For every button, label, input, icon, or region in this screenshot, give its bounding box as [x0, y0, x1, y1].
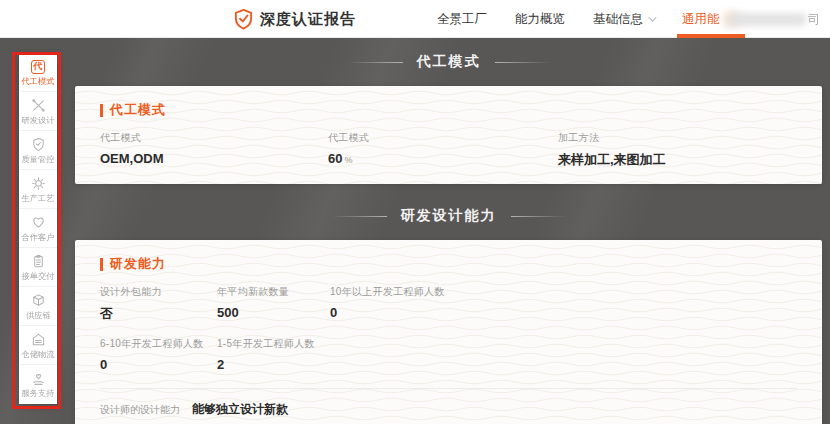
decorative-line	[332, 216, 387, 217]
field-row: 设计外包能力 否 年平均新款数量 500 10年以上开发工程师人数 0	[100, 285, 797, 323]
company-name: 司	[728, 0, 820, 38]
card-divider	[100, 388, 797, 389]
field-engineers-1-5y: 1-5年开发工程师人数 2	[217, 337, 315, 372]
card-title: 代工模式	[100, 86, 797, 119]
supply-chain-icon	[30, 293, 46, 309]
title-accent-bar	[100, 104, 103, 117]
app-logo: 深度认证报告	[233, 0, 356, 38]
nav-item-panorama[interactable]: 全景工厂	[437, 0, 487, 38]
top-header: 深度认证报告 全景工厂 能力概览 基础信息 通用能 司	[0, 0, 830, 38]
quality-control-icon	[30, 137, 46, 153]
field-designer-capability: 设计师的设计能力 能够独立设计新款	[100, 401, 797, 418]
sidebar-item-oem-mode[interactable]: 代 代工模式	[19, 53, 57, 92]
customers-icon	[30, 215, 46, 231]
oem-mode-card: 代工模式 代工模式 OEM,ODM 代工模式 60% 加工方法	[75, 86, 822, 184]
chevron-down-icon	[648, 13, 656, 21]
sidebar-item-rd-design[interactable]: 研发设计	[19, 92, 57, 131]
sidebar-item-production-process[interactable]: 生产工艺	[19, 170, 57, 209]
field-row: 代工模式 OEM,ODM 代工模式 60% 加工方法 来样加工,来图加工	[100, 131, 797, 169]
sidebar-item-order-delivery[interactable]: 接单交付	[19, 248, 57, 287]
field-engineers-6-10y: 6-10年开发工程师人数 0	[100, 337, 217, 372]
page: 深度认证报告 全景工厂 能力概览 基础信息 通用能 司	[0, 0, 830, 424]
shield-check-icon	[233, 8, 254, 31]
sidebar-nav: 代 代工模式 研发设计	[19, 53, 57, 404]
field-avg-new-styles: 年平均新款数量 500	[217, 285, 330, 323]
blurred-company-name	[728, 13, 806, 26]
rd-capability-card: 研发能力 设计外包能力 否 年平均新款数量 500 10年以上开发工程师人数	[75, 240, 822, 424]
field-processing-method: 加工方法 来样加工,来图加工	[558, 131, 666, 169]
sidebar-item-customers[interactable]: 合作客户	[19, 209, 57, 248]
top-nav: 全景工厂 能力概览 基础信息 通用能	[437, 0, 740, 38]
warehouse-logistics-icon	[30, 332, 46, 348]
order-delivery-icon	[30, 254, 46, 270]
field-row: 6-10年开发工程师人数 0 1-5年开发工程师人数 2	[100, 337, 797, 372]
nav-item-capability-overview[interactable]: 能力概览	[515, 0, 565, 38]
decorative-line	[495, 62, 550, 63]
page-title: 深度认证报告	[260, 10, 356, 29]
title-accent-bar	[100, 258, 103, 271]
decorative-line	[511, 216, 566, 217]
field-oem-mode-type: 代工模式 OEM,ODM	[100, 131, 328, 169]
card-title: 研发能力	[100, 240, 797, 273]
oem-mode-icon: 代	[30, 59, 46, 75]
percent-unit: %	[344, 155, 352, 165]
sidebar-item-supply-chain[interactable]: 供应链	[19, 287, 57, 326]
production-process-icon	[30, 176, 46, 192]
rd-design-icon	[30, 98, 46, 114]
section-heading-oem-mode: 代工模式	[75, 38, 822, 86]
decorative-line	[348, 62, 403, 63]
service-support-icon	[30, 371, 46, 387]
field-engineers-10y: 10年以上开发工程师人数 0	[330, 285, 445, 323]
nav-item-basic-info[interactable]: 基础信息	[593, 0, 654, 38]
field-design-outsourcing: 设计外包能力 否	[100, 285, 217, 323]
section-heading-rd-capability: 研发设计能力	[75, 184, 822, 240]
field-oem-mode-percent: 代工模式 60%	[328, 131, 558, 169]
content-area: 代 代工模式 研发设计	[0, 38, 830, 424]
sidebar-item-quality-control[interactable]: 质量管控	[19, 131, 57, 170]
sidebar-item-service-support[interactable]: 服务支持	[19, 365, 57, 404]
main-content: 代工模式 代工模式 代工模式 OEM,ODM	[75, 38, 822, 424]
sidebar-item-warehouse-logistics[interactable]: 仓储物流	[19, 326, 57, 365]
